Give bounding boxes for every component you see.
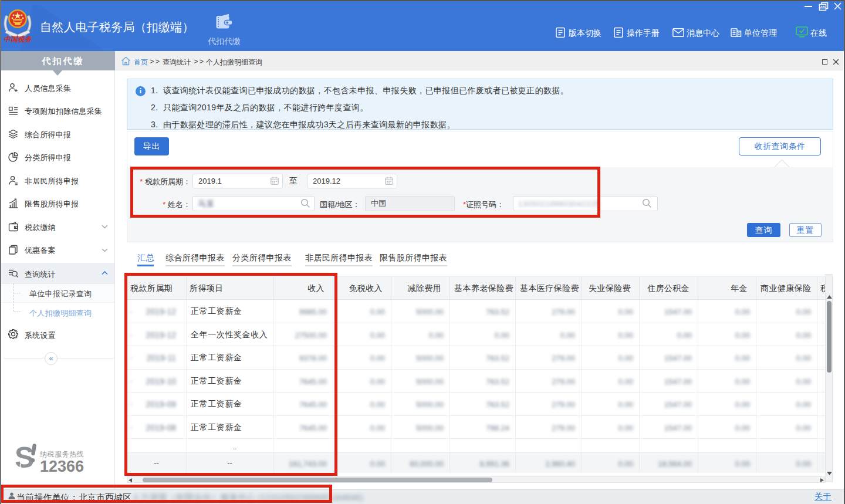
svg-text:S: S (15, 441, 34, 474)
